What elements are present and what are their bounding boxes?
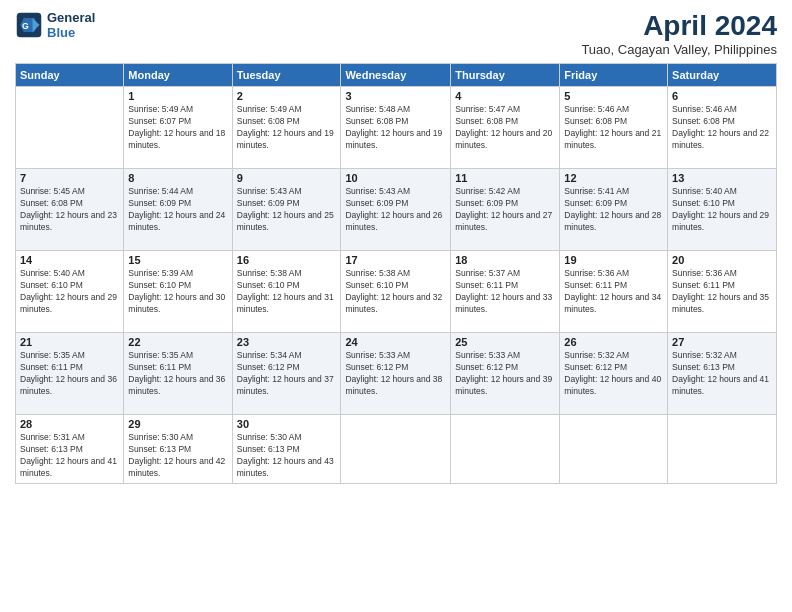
- col-thursday: Thursday: [451, 64, 560, 87]
- day-number: 11: [455, 172, 555, 184]
- svg-text:G: G: [22, 21, 29, 31]
- calendar-cell-w5-d3: 30Sunrise: 5:30 AM Sunset: 6:13 PM Dayli…: [232, 415, 341, 484]
- calendar-cell-w1-d5: 4Sunrise: 5:47 AM Sunset: 6:08 PM Daylig…: [451, 87, 560, 169]
- logo: G General Blue: [15, 10, 95, 40]
- calendar-cell-w2-d4: 10Sunrise: 5:43 AM Sunset: 6:09 PM Dayli…: [341, 169, 451, 251]
- calendar-cell-w3-d3: 16Sunrise: 5:38 AM Sunset: 6:10 PM Dayli…: [232, 251, 341, 333]
- day-info: Sunrise: 5:43 AM Sunset: 6:09 PM Dayligh…: [237, 186, 337, 234]
- calendar-week-4: 21Sunrise: 5:35 AM Sunset: 6:11 PM Dayli…: [16, 333, 777, 415]
- calendar-cell-w3-d4: 17Sunrise: 5:38 AM Sunset: 6:10 PM Dayli…: [341, 251, 451, 333]
- calendar-cell-w5-d2: 29Sunrise: 5:30 AM Sunset: 6:13 PM Dayli…: [124, 415, 232, 484]
- calendar-cell-w4-d6: 26Sunrise: 5:32 AM Sunset: 6:12 PM Dayli…: [560, 333, 668, 415]
- day-number: 24: [345, 336, 446, 348]
- calendar-week-3: 14Sunrise: 5:40 AM Sunset: 6:10 PM Dayli…: [16, 251, 777, 333]
- day-number: 29: [128, 418, 227, 430]
- day-info: Sunrise: 5:36 AM Sunset: 6:11 PM Dayligh…: [564, 268, 663, 316]
- header: G General Blue April 2024 Tuao, Cagayan …: [15, 10, 777, 57]
- day-info: Sunrise: 5:35 AM Sunset: 6:11 PM Dayligh…: [128, 350, 227, 398]
- day-info: Sunrise: 5:43 AM Sunset: 6:09 PM Dayligh…: [345, 186, 446, 234]
- calendar-cell-w2-d2: 8Sunrise: 5:44 AM Sunset: 6:09 PM Daylig…: [124, 169, 232, 251]
- main-title: April 2024: [581, 10, 777, 42]
- day-info: Sunrise: 5:39 AM Sunset: 6:10 PM Dayligh…: [128, 268, 227, 316]
- day-number: 2: [237, 90, 337, 102]
- calendar-cell-w2-d3: 9Sunrise: 5:43 AM Sunset: 6:09 PM Daylig…: [232, 169, 341, 251]
- calendar-cell-w2-d1: 7Sunrise: 5:45 AM Sunset: 6:08 PM Daylig…: [16, 169, 124, 251]
- day-number: 25: [455, 336, 555, 348]
- calendar-cell-w4-d7: 27Sunrise: 5:32 AM Sunset: 6:13 PM Dayli…: [668, 333, 777, 415]
- day-info: Sunrise: 5:30 AM Sunset: 6:13 PM Dayligh…: [128, 432, 227, 480]
- calendar-cell-w1-d4: 3Sunrise: 5:48 AM Sunset: 6:08 PM Daylig…: [341, 87, 451, 169]
- day-number: 3: [345, 90, 446, 102]
- calendar-cell-w4-d5: 25Sunrise: 5:33 AM Sunset: 6:12 PM Dayli…: [451, 333, 560, 415]
- calendar-week-1: 1Sunrise: 5:49 AM Sunset: 6:07 PM Daylig…: [16, 87, 777, 169]
- calendar-cell-w4-d1: 21Sunrise: 5:35 AM Sunset: 6:11 PM Dayli…: [16, 333, 124, 415]
- day-number: 4: [455, 90, 555, 102]
- day-info: Sunrise: 5:47 AM Sunset: 6:08 PM Dayligh…: [455, 104, 555, 152]
- day-number: 23: [237, 336, 337, 348]
- day-info: Sunrise: 5:44 AM Sunset: 6:09 PM Dayligh…: [128, 186, 227, 234]
- day-info: Sunrise: 5:46 AM Sunset: 6:08 PM Dayligh…: [672, 104, 772, 152]
- calendar-table: Sunday Monday Tuesday Wednesday Thursday…: [15, 63, 777, 484]
- day-number: 7: [20, 172, 119, 184]
- title-block: April 2024 Tuao, Cagayan Valley, Philipp…: [581, 10, 777, 57]
- day-info: Sunrise: 5:37 AM Sunset: 6:11 PM Dayligh…: [455, 268, 555, 316]
- calendar-cell-w1-d1: [16, 87, 124, 169]
- day-info: Sunrise: 5:31 AM Sunset: 6:13 PM Dayligh…: [20, 432, 119, 480]
- calendar-cell-w1-d2: 1Sunrise: 5:49 AM Sunset: 6:07 PM Daylig…: [124, 87, 232, 169]
- page: G General Blue April 2024 Tuao, Cagayan …: [0, 0, 792, 612]
- calendar-cell-w1-d3: 2Sunrise: 5:49 AM Sunset: 6:08 PM Daylig…: [232, 87, 341, 169]
- logo-icon: G: [15, 11, 43, 39]
- day-info: Sunrise: 5:38 AM Sunset: 6:10 PM Dayligh…: [345, 268, 446, 316]
- calendar-cell-w4-d4: 24Sunrise: 5:33 AM Sunset: 6:12 PM Dayli…: [341, 333, 451, 415]
- day-info: Sunrise: 5:32 AM Sunset: 6:13 PM Dayligh…: [672, 350, 772, 398]
- logo-text: General Blue: [47, 10, 95, 40]
- day-info: Sunrise: 5:35 AM Sunset: 6:11 PM Dayligh…: [20, 350, 119, 398]
- day-info: Sunrise: 5:36 AM Sunset: 6:11 PM Dayligh…: [672, 268, 772, 316]
- day-info: Sunrise: 5:45 AM Sunset: 6:08 PM Dayligh…: [20, 186, 119, 234]
- day-number: 14: [20, 254, 119, 266]
- day-info: Sunrise: 5:46 AM Sunset: 6:08 PM Dayligh…: [564, 104, 663, 152]
- calendar-cell-w1-d6: 5Sunrise: 5:46 AM Sunset: 6:08 PM Daylig…: [560, 87, 668, 169]
- day-number: 18: [455, 254, 555, 266]
- calendar-cell-w3-d6: 19Sunrise: 5:36 AM Sunset: 6:11 PM Dayli…: [560, 251, 668, 333]
- day-number: 9: [237, 172, 337, 184]
- calendar-cell-w3-d2: 15Sunrise: 5:39 AM Sunset: 6:10 PM Dayli…: [124, 251, 232, 333]
- calendar-cell-w3-d1: 14Sunrise: 5:40 AM Sunset: 6:10 PM Dayli…: [16, 251, 124, 333]
- day-number: 28: [20, 418, 119, 430]
- col-monday: Monday: [124, 64, 232, 87]
- day-info: Sunrise: 5:40 AM Sunset: 6:10 PM Dayligh…: [20, 268, 119, 316]
- day-number: 12: [564, 172, 663, 184]
- day-number: 20: [672, 254, 772, 266]
- day-info: Sunrise: 5:41 AM Sunset: 6:09 PM Dayligh…: [564, 186, 663, 234]
- day-info: Sunrise: 5:33 AM Sunset: 6:12 PM Dayligh…: [455, 350, 555, 398]
- day-number: 13: [672, 172, 772, 184]
- calendar-cell-w5-d1: 28Sunrise: 5:31 AM Sunset: 6:13 PM Dayli…: [16, 415, 124, 484]
- calendar-cell-w4-d3: 23Sunrise: 5:34 AM Sunset: 6:12 PM Dayli…: [232, 333, 341, 415]
- day-info: Sunrise: 5:48 AM Sunset: 6:08 PM Dayligh…: [345, 104, 446, 152]
- day-number: 22: [128, 336, 227, 348]
- subtitle: Tuao, Cagayan Valley, Philippines: [581, 42, 777, 57]
- calendar-cell-w5-d4: [341, 415, 451, 484]
- calendar-cell-w2-d7: 13Sunrise: 5:40 AM Sunset: 6:10 PM Dayli…: [668, 169, 777, 251]
- calendar-cell-w5-d7: [668, 415, 777, 484]
- day-info: Sunrise: 5:33 AM Sunset: 6:12 PM Dayligh…: [345, 350, 446, 398]
- calendar-week-5: 28Sunrise: 5:31 AM Sunset: 6:13 PM Dayli…: [16, 415, 777, 484]
- day-number: 8: [128, 172, 227, 184]
- calendar-cell-w5-d5: [451, 415, 560, 484]
- day-number: 5: [564, 90, 663, 102]
- col-wednesday: Wednesday: [341, 64, 451, 87]
- calendar-cell-w5-d6: [560, 415, 668, 484]
- day-number: 6: [672, 90, 772, 102]
- calendar-cell-w3-d5: 18Sunrise: 5:37 AM Sunset: 6:11 PM Dayli…: [451, 251, 560, 333]
- day-number: 26: [564, 336, 663, 348]
- col-tuesday: Tuesday: [232, 64, 341, 87]
- day-info: Sunrise: 5:30 AM Sunset: 6:13 PM Dayligh…: [237, 432, 337, 480]
- calendar-cell-w2-d5: 11Sunrise: 5:42 AM Sunset: 6:09 PM Dayli…: [451, 169, 560, 251]
- day-number: 21: [20, 336, 119, 348]
- calendar-header-row: Sunday Monday Tuesday Wednesday Thursday…: [16, 64, 777, 87]
- day-number: 19: [564, 254, 663, 266]
- col-friday: Friday: [560, 64, 668, 87]
- day-number: 16: [237, 254, 337, 266]
- calendar-week-2: 7Sunrise: 5:45 AM Sunset: 6:08 PM Daylig…: [16, 169, 777, 251]
- day-number: 10: [345, 172, 446, 184]
